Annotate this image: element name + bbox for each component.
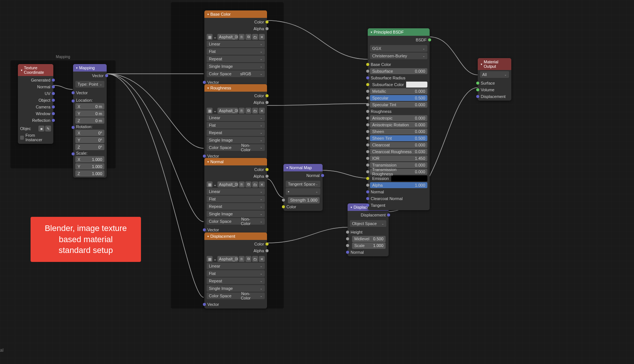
new-icon[interactable]: ⧉	[245, 256, 251, 262]
image-name[interactable]: Asphalt_004_..	[217, 181, 238, 187]
socket-vector-out[interactable]: Vector	[73, 72, 107, 79]
image-name[interactable]: Asphalt_004_..	[217, 108, 238, 114]
loc-x[interactable]: X0 m	[75, 103, 104, 110]
distribution-select[interactable]: GGX⌄	[370, 45, 427, 52]
socket-alpha[interactable]: Alpha	[204, 25, 267, 32]
socket-displacement[interactable]: Displacement	[478, 93, 511, 100]
node-tex-normal[interactable]: ▾NormalColorAlpha▦⌄Asphalt_004_..⎘⧉🗀✕Lin…	[204, 158, 267, 234]
socket-camera[interactable]: Camera	[18, 104, 53, 110]
ext-select[interactable]: Repeat⌄	[207, 56, 265, 62]
socket-color[interactable]: Color	[204, 19, 267, 25]
proj-select[interactable]: Flat⌄	[207, 48, 265, 55]
socket-clear[interactable]: Clearcoat0.000	[368, 142, 430, 148]
socket-transr[interactable]: Transmission Roughness0.000	[368, 168, 430, 175]
colorspace-select[interactable]: Color SpaceNon-Color⌄	[207, 292, 265, 299]
proj-select[interactable]: Flat⌄	[207, 196, 265, 202]
socket-sub[interactable]: Subsurface0.000	[368, 68, 430, 75]
socket-normal[interactable]: Normal	[348, 249, 389, 256]
node-header[interactable]: ▾Principled BSDF	[368, 28, 430, 36]
collapse-icon[interactable]: ▾	[207, 13, 209, 16]
collapse-icon[interactable]: ▾	[207, 235, 209, 238]
socket-height[interactable]: Height	[348, 229, 389, 235]
new-icon[interactable]: ⧉	[245, 181, 251, 187]
interp-select[interactable]: Linear⌄	[207, 263, 265, 269]
socket-subrad[interactable]: Subsurface Radius	[368, 75, 430, 81]
socket-midlevel[interactable]: Midlevel0.500	[348, 235, 389, 242]
socket-ior[interactable]: IOR1.450	[368, 155, 430, 162]
collapse-icon[interactable]: ▾	[76, 66, 78, 70]
socket-reflection[interactable]: Reflection	[18, 117, 53, 124]
ext-select[interactable]: Repeat⌄	[207, 278, 265, 284]
socket-subcol[interactable]: Subsurface Color	[368, 81, 430, 88]
image-icon[interactable]: ▦	[207, 34, 213, 40]
collapse-icon[interactable]: ▾	[481, 63, 482, 66]
node-texture-coordinate[interactable]: ▾Texture Coordinate Generated Normal UV …	[18, 64, 53, 144]
image-icon[interactable]: ▦	[207, 108, 213, 114]
socket-clearr[interactable]: Clearcoat Roughness0.030	[368, 148, 430, 155]
socket-strength[interactable]: Strength1.000	[283, 197, 323, 203]
source-select[interactable]: Single Image⌄	[207, 137, 265, 143]
proj-select[interactable]: Flat⌄	[207, 122, 265, 129]
socket-vector[interactable]: Vector	[204, 301, 267, 308]
proj-select[interactable]: Flat⌄	[207, 270, 265, 277]
source-select[interactable]: Single Image⌄	[207, 211, 265, 217]
node-header[interactable]: ▾Mapping	[73, 64, 107, 72]
socket-displacement-out[interactable]: Displacement	[348, 212, 389, 218]
socket-surface[interactable]: Surface	[478, 80, 511, 86]
socket-emit[interactable]: Emission	[368, 175, 430, 182]
space-select[interactable]: Object Space⌄	[350, 220, 386, 227]
socket-anrot[interactable]: Anisotropic Rotation0.000	[368, 121, 430, 128]
collapse-icon[interactable]: ▾	[21, 69, 22, 72]
scale-z[interactable]: Z1.000	[75, 170, 104, 177]
colorspace-select[interactable]: Color SpacesRGB⌄	[207, 70, 265, 77]
unlink-icon[interactable]: ✕	[259, 34, 265, 40]
ext-select[interactable]: Repeat⌄	[207, 129, 265, 136]
socket-alpha[interactable]: Alpha	[204, 247, 267, 254]
unlink-icon[interactable]: ✕	[259, 256, 265, 262]
node-header[interactable]: ▾Normal	[204, 158, 267, 165]
open-icon[interactable]: 🗀	[252, 34, 258, 40]
node-header[interactable]: ▾Displacement	[204, 232, 267, 240]
scale-y[interactable]: Y1.000	[75, 163, 104, 170]
socket-cnorm[interactable]: Clearcoat Normal	[368, 195, 430, 202]
image-browse[interactable]: ▦⌄Asphalt_004_..⎘⧉🗀✕	[207, 181, 265, 187]
socket-color[interactable]: Color	[204, 166, 267, 173]
socket-window[interactable]: Window	[18, 110, 53, 117]
socket-aniso[interactable]: Anisotropic0.000	[368, 115, 430, 121]
node-header[interactable]: ▾Normal Map	[283, 164, 323, 171]
collapse-icon[interactable]: ▾	[286, 166, 288, 170]
socket-sheent[interactable]: Sheen Tint0.500	[368, 135, 430, 142]
socket-sheen[interactable]: Sheen0.000	[368, 128, 430, 135]
socket-color[interactable]: Color	[283, 203, 323, 210]
socket-alpha[interactable]: Alpha	[204, 99, 267, 106]
socket-normal[interactable]: Normal	[18, 83, 53, 90]
node-header[interactable]: ▾Base Color	[204, 10, 267, 18]
socket-tang[interactable]: Tangent	[368, 202, 430, 209]
node-principled-bsdf[interactable]: ▾Principled BSDF BSDF GGX⌄ Christensen-B…	[368, 28, 430, 210]
new-icon[interactable]: ⧉	[245, 34, 251, 40]
node-header[interactable]: ▾Texture Coordinate	[18, 64, 53, 76]
node-material-output[interactable]: ▾Material Output All⌄ Surface Volume Dis…	[478, 58, 511, 101]
colorspace-select[interactable]: Color SpaceNon-Color⌄	[207, 144, 265, 151]
socket-metal[interactable]: Metallic0.000	[368, 88, 430, 95]
new-icon[interactable]: ⧉	[245, 108, 251, 114]
users-icon[interactable]: ⎘	[239, 108, 245, 114]
image-browse[interactable]: ▦⌄Asphalt_004_..⎘⧉🗀✕	[207, 108, 265, 114]
source-select[interactable]: Single Image⌄	[207, 285, 265, 292]
interp-select[interactable]: Linear⌄	[207, 188, 265, 195]
socket-vector-in[interactable]: Vector	[73, 89, 107, 96]
open-icon[interactable]: 🗀	[252, 181, 258, 187]
image-icon[interactable]: ▦	[207, 181, 213, 187]
node-header[interactable]: ▾Roughness	[204, 84, 267, 92]
socket-generated[interactable]: Generated	[18, 77, 53, 83]
collapse-icon[interactable]: ▾	[351, 206, 352, 209]
object-icon[interactable]: ■	[38, 126, 44, 132]
socket-alpha[interactable]: Alpha	[204, 173, 267, 180]
ext-select[interactable]: Repeat⌄	[207, 203, 265, 210]
rot-x[interactable]: X0°	[75, 130, 104, 136]
node-tex-disp[interactable]: ▾DisplacementColorAlpha▦⌄Asphalt_004_..⎘…	[204, 232, 267, 308]
rot-z[interactable]: Z0°	[75, 144, 104, 150]
collapse-icon[interactable]: ▾	[207, 86, 209, 90]
users-icon[interactable]: ⎘	[239, 34, 245, 40]
scale-x[interactable]: X1.000	[75, 156, 104, 162]
